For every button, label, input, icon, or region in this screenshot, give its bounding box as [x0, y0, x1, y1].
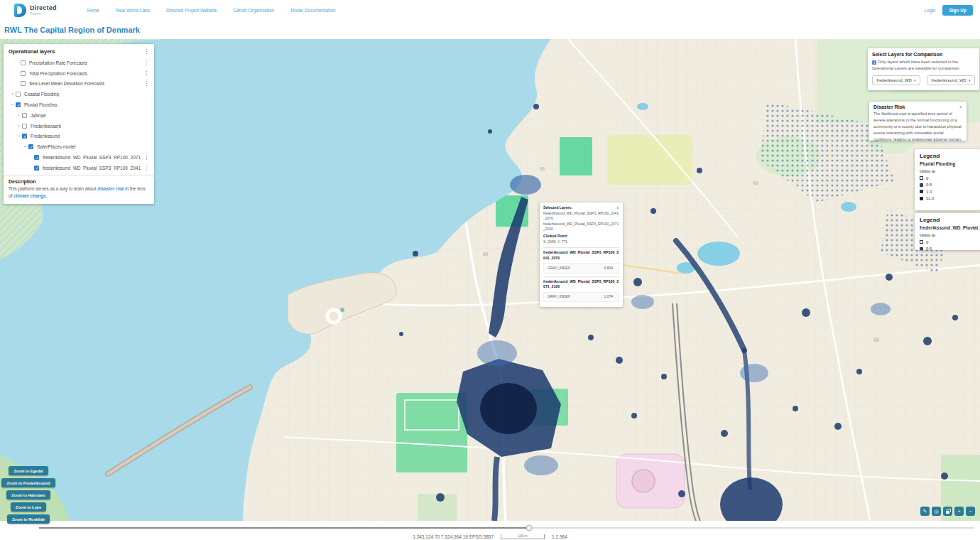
layer-swipe-slider[interactable]: [39, 525, 974, 531]
zoom-to-frederikssund-button[interactable]: Zoom to Frederikssund: [1, 478, 55, 487]
slider-track-filled: [39, 527, 529, 529]
panel-menu-icon[interactable]: ⋮: [141, 48, 151, 55]
checkbox[interactable]: [21, 71, 26, 76]
brand-name: Directed: [30, 5, 57, 11]
row-menu-icon[interactable]: ⋮: [141, 165, 151, 171]
close-icon[interactable]: ×: [616, 205, 619, 211]
legend-entry: 11.0: [920, 196, 975, 200]
signup-button[interactable]: Sign Up: [942, 5, 973, 16]
legend-subtitle: Pluvial Flooding: [920, 161, 975, 166]
slider-track-empty: [529, 527, 974, 529]
brand[interactable]: Directed Project: [14, 4, 57, 17]
legend-pluvial: Legend Pluvial Flooding Units m 0 0.5 1.…: [915, 149, 980, 210]
clicked-point-label: Clicked Point:: [543, 234, 619, 239]
chevron-right-icon[interactable]: ›: [9, 92, 16, 97]
login-link[interactable]: Login: [925, 8, 936, 13]
nav-link-project-website[interactable]: Directed Project Website: [166, 8, 217, 13]
chevron-right-icon[interactable]: ›: [16, 124, 22, 129]
layer-row-coastal-flooding[interactable]: › Coastal Flooding: [4, 89, 154, 99]
plus-icon: +: [957, 507, 960, 516]
checkbox[interactable]: [22, 124, 27, 129]
result-layer-name: frederikssund_WD_Pluvial_SSP3_RP100_2071…: [543, 279, 619, 291]
disaster-risk-link[interactable]: disaster risk: [97, 186, 124, 191]
checkbox[interactable]: [21, 81, 26, 86]
mouse-coordinates: 1,343,124.70 7,524,964.16 EPSG:3857: [413, 534, 494, 539]
legend-swatch: [920, 247, 923, 251]
description-text: This platform serves as a way to learn a…: [9, 185, 149, 200]
nav-link-real-world-labs[interactable]: Real World Labs: [116, 8, 150, 13]
slider-handle[interactable]: [526, 525, 532, 531]
operational-layers-panel: Operational layers ⋮ Precipitation Rate …: [4, 44, 154, 176]
result-row: GRAY_INDEX 0.824: [543, 263, 619, 274]
globe-button[interactable]: ◎: [932, 507, 941, 516]
climate-change-link[interactable]: climate change.: [13, 193, 47, 198]
nav-link-github[interactable]: Github Organization: [233, 8, 274, 13]
chevron-right-icon[interactable]: ›: [16, 113, 22, 118]
checkbox[interactable]: [21, 60, 26, 65]
minus-icon: −: [969, 507, 971, 516]
chevron-down-icon[interactable]: ›: [16, 133, 21, 139]
draw-icon: ✎: [923, 507, 927, 516]
layer-row-frederiksvaerk[interactable]: › Frederiksvaerk: [4, 121, 154, 131]
lock-button[interactable]: [943, 507, 952, 516]
layer-row-pluvial-flooding[interactable]: › Pluvial Flooding: [4, 99, 154, 110]
legend-swatch: [920, 190, 923, 193]
chevron-down-icon[interactable]: ›: [10, 102, 15, 108]
legend-swatch: [920, 240, 923, 244]
layer-row-wd-2041-2070[interactable]: frederikssund_WD_Pluvial_SSP3_RP100_2041…: [4, 163, 154, 173]
scale-bar: 100 m: [501, 534, 545, 539]
legend-swatch: [920, 197, 923, 200]
globe-icon: ◎: [934, 507, 938, 516]
checkbox[interactable]: [22, 134, 27, 139]
layer-row-frederikssund[interactable]: › Frederikssund: [4, 131, 154, 142]
description-panel: Description This platform serves as a wa…: [4, 176, 154, 204]
disaster-risk-popup: Disaster Risk × The likelihood over a sp…: [869, 102, 967, 141]
comparison-dropdown-right[interactable]: frederikssund_WD ▾: [927, 75, 975, 85]
clicked-point-value: X: 2045, Y: 771: [543, 239, 619, 245]
result-layer-name: frederikssund_WD_Pluvial_SSP3_RP100_2041…: [543, 250, 619, 261]
top-navbar: Directed Project Home Real World Labs Di…: [0, 0, 980, 20]
layer-row-precip-rate[interactable]: Precipitation Rate Forecasts ⋮: [4, 58, 154, 68]
zoom-to-halsnaes-button[interactable]: Zoom to Halsnaes: [6, 490, 50, 500]
checkbox[interactable]: [28, 144, 33, 149]
layer-row-total-precip[interactable]: Total Precipitation Forecasts ⋮: [4, 68, 154, 79]
row-menu-icon[interactable]: ⋮: [141, 80, 151, 87]
checkbox[interactable]: [34, 166, 39, 171]
chevron-down-icon: ▾: [914, 78, 916, 82]
comparison-dropdown-left[interactable]: frederikssund_WD ▾: [872, 75, 920, 85]
layer-row-jyllinge[interactable]: › Jyllinge: [4, 110, 154, 121]
legend-subtitle: frederikssund_WD_Pluvial_SSP: [920, 225, 980, 230]
zoom-in-button[interactable]: +: [954, 507, 964, 516]
chevron-down-icon: ▾: [969, 78, 971, 82]
lock-icon: [946, 511, 949, 514]
checkbox[interactable]: [16, 92, 21, 97]
legend-entry: 0: [920, 176, 975, 180]
row-menu-icon[interactable]: ⋮: [141, 154, 151, 161]
row-menu-icon[interactable]: ⋮: [141, 70, 151, 77]
zoom-to-lejre-button[interactable]: Zoom to Lejre: [11, 502, 46, 512]
zoom-out-button[interactable]: −: [966, 507, 975, 516]
checkbox[interactable]: [34, 155, 39, 160]
scale-bar-label: 100 m: [501, 534, 544, 538]
status-bar: 1,343,124.70 7,524,964.16 EPSG:3857 100 …: [0, 534, 980, 539]
selected-layers-list: frederikssund_WD_Pluvial_SSP3_RP100_2041…: [543, 211, 619, 232]
close-icon[interactable]: ×: [959, 104, 962, 109]
nav-links: Home Real World Labs Directed Project We…: [87, 8, 336, 13]
chevron-down-icon[interactable]: ›: [23, 144, 28, 150]
zoom-to-roskilde-button[interactable]: Zoom to Roskilde: [7, 514, 50, 524]
app-root: Directed Project Home Real World Labs Di…: [0, 0, 980, 540]
brand-logo-icon: [14, 4, 26, 17]
layer-row-saferplaces-model[interactable]: › SaferPlaces model: [4, 141, 154, 152]
zoom-to-egedal-button[interactable]: Zoom to Egedal: [9, 466, 48, 475]
layer-row-wd-2071-2100[interactable]: frederikssund_WD_Pluvial_SSP3_RP100_2071…: [4, 152, 154, 163]
checkbox[interactable]: [16, 102, 21, 107]
nav-link-model-docs[interactable]: Model Documentation: [290, 8, 335, 13]
row-menu-icon[interactable]: ⋮: [141, 60, 151, 66]
draw-button[interactable]: ✎: [920, 507, 930, 516]
map-controls: ✎ ◎ + −: [920, 507, 975, 516]
checkbox[interactable]: [22, 113, 27, 118]
description-title: Description: [9, 179, 149, 184]
legend-entry: 0.5: [920, 183, 975, 187]
nav-link-home[interactable]: Home: [87, 8, 99, 13]
layer-row-sea-level[interactable]: Sea Level Mean Deviation Forecasts ⋮: [4, 79, 154, 90]
